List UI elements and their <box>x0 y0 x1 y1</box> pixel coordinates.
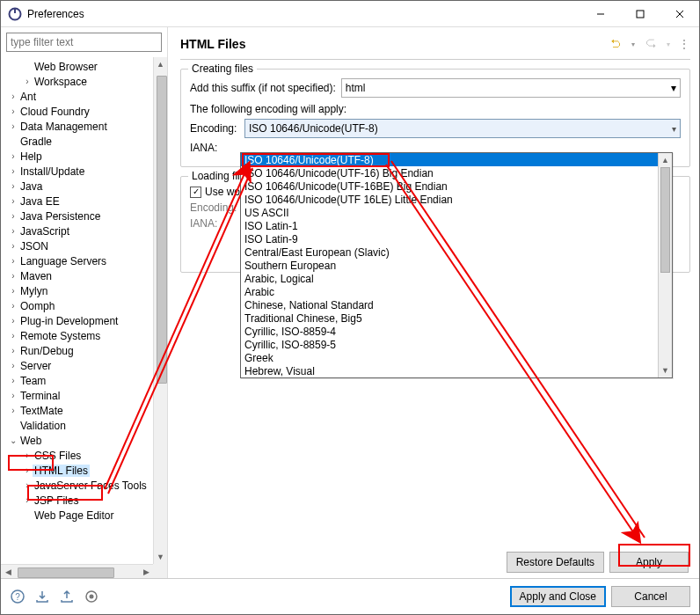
tree-item-java-persistence[interactable]: ›Java Persistence <box>3 209 153 223</box>
twisty-closed-icon[interactable]: › <box>8 241 18 251</box>
scroll-right-icon[interactable]: ▶ <box>139 565 153 578</box>
tree-item-java-ee[interactable]: ›Java EE <box>3 194 153 209</box>
encoding-option[interactable]: Greek <box>241 351 658 364</box>
tree-item-web[interactable]: ⌄Web <box>3 433 153 448</box>
tree-item-oomph[interactable]: ›Oomph <box>3 298 153 313</box>
twisty-closed-icon[interactable]: › <box>8 256 18 266</box>
twisty-closed-icon[interactable]: › <box>8 106 18 116</box>
tree-item-validation[interactable]: Validation <box>3 418 153 433</box>
tree-item-json[interactable]: ›JSON <box>3 238 153 253</box>
back-icon[interactable]: ⮌ <box>608 36 623 52</box>
maximize-button[interactable] <box>620 1 660 26</box>
encoding-option[interactable]: Arabic <box>241 285 658 298</box>
twisty-closed-icon[interactable]: › <box>8 376 18 385</box>
encoding-option[interactable]: ISO 10646/Unicode(UTF-16) Big Endian <box>241 166 658 179</box>
encoding-option[interactable]: Southern European <box>241 259 658 272</box>
encoding-select[interactable]: ISO 10646/Unicode(UTF-8) ▾ <box>244 119 681 138</box>
scroll-up-icon[interactable]: ▲ <box>659 153 672 167</box>
encoding-option[interactable]: US ASCII <box>241 206 658 219</box>
tree-item-css-files[interactable]: ›CSS Files <box>3 448 153 463</box>
export-icon[interactable] <box>59 589 75 604</box>
tree-item-ant[interactable]: ›Ant <box>3 89 153 104</box>
tree-hscrollbar[interactable]: ◀ ▶ <box>1 564 153 578</box>
encoding-option[interactable]: Cyrillic, ISO-8859-5 <box>241 338 658 351</box>
tree-item-jsp-files[interactable]: ›JSP Files <box>3 493 153 508</box>
encoding-option[interactable]: ISO 10646/Unicode(UTF-16BE) Big Endian <box>241 179 658 193</box>
twisty-closed-icon[interactable]: › <box>8 121 18 131</box>
encoding-option[interactable]: ISO Latin-1 <box>241 219 658 232</box>
twisty-closed-icon[interactable]: › <box>22 450 33 460</box>
twisty-closed-icon[interactable]: › <box>8 211 18 221</box>
cancel-button[interactable]: Cancel <box>611 586 690 607</box>
twisty-closed-icon[interactable]: › <box>8 316 18 326</box>
tree-item-web-page-editor[interactable]: Web Page Editor <box>3 508 153 523</box>
back-menu-icon[interactable]: ▾ <box>625 36 641 52</box>
tree-item-remote-systems[interactable]: ›Remote Systems <box>3 328 153 343</box>
oomph-icon[interactable] <box>84 589 99 604</box>
tree-item-javaserver-faces-tools[interactable]: ›JavaServer Faces Tools <box>3 478 153 493</box>
twisty-closed-icon[interactable]: › <box>8 196 18 206</box>
minimize-button[interactable] <box>580 1 620 26</box>
twisty-closed-icon[interactable]: › <box>8 226 18 236</box>
tree-item-team[interactable]: ›Team <box>3 373 153 388</box>
twisty-closed-icon[interactable]: › <box>8 391 18 400</box>
twisty-closed-icon[interactable]: › <box>22 465 33 475</box>
encoding-option[interactable]: Hebrew, Visual <box>241 364 658 377</box>
apply-and-close-button[interactable]: Apply and Close <box>510 586 606 607</box>
apply-button[interactable]: Apply <box>609 552 689 573</box>
tree-item-workspace[interactable]: ›Workspace <box>3 74 153 89</box>
help-icon[interactable]: ? <box>10 589 26 604</box>
tree-item-server[interactable]: ›Server <box>3 358 153 373</box>
encoding-option[interactable]: Central/East European (Slavic) <box>241 245 658 259</box>
filter-input[interactable] <box>6 33 162 52</box>
twisty-closed-icon[interactable]: › <box>8 406 18 415</box>
tree-item-data-management[interactable]: ›Data Management <box>3 119 153 134</box>
twisty-closed-icon[interactable]: › <box>22 495 33 505</box>
twisty-closed-icon[interactable]: › <box>8 361 18 370</box>
tree-item-java[interactable]: ›Java <box>3 179 153 194</box>
tree-item-help[interactable]: ›Help <box>3 149 153 164</box>
twisty-closed-icon[interactable]: › <box>8 181 18 191</box>
twisty-closed-icon[interactable]: › <box>22 77 33 86</box>
encoding-option[interactable]: Traditional Chinese, Big5 <box>241 311 658 325</box>
tree-vscrollbar[interactable]: ▲ ▼ <box>153 57 167 564</box>
encoding-option[interactable]: Cyrillic, ISO-8859-4 <box>241 325 658 338</box>
encoding-dropdown-list[interactable]: ISO 10646/Unicode(UTF-8)ISO 10646/Unicod… <box>240 152 673 378</box>
import-icon[interactable] <box>34 589 50 604</box>
preferences-tree[interactable]: Web Browser›Workspace›Ant›Cloud Foundry›… <box>1 57 153 564</box>
scroll-left-icon[interactable]: ◀ <box>1 565 15 578</box>
tree-item-run-debug[interactable]: ›Run/Debug <box>3 343 153 358</box>
twisty-closed-icon[interactable]: › <box>8 92 18 101</box>
tree-item-terminal[interactable]: ›Terminal <box>3 388 153 403</box>
encoding-option[interactable]: Chinese, National Standard <box>241 298 658 311</box>
twisty-closed-icon[interactable]: › <box>8 301 18 311</box>
dropdown-scrollbar[interactable]: ▲ ▼ <box>658 153 672 377</box>
tree-item-maven[interactable]: ›Maven <box>3 268 153 283</box>
encoding-option[interactable]: Arabic, Logical <box>241 272 658 285</box>
tree-item-mylyn[interactable]: ›Mylyn <box>3 283 153 298</box>
encoding-option[interactable]: ISO 10646/Unicode(UTF-8) <box>241 153 658 166</box>
scroll-down-icon[interactable]: ▼ <box>154 550 167 564</box>
tree-item-html-files[interactable]: ›HTML Files <box>3 463 153 478</box>
twisty-closed-icon[interactable]: › <box>8 151 18 161</box>
encoding-option[interactable]: ISO Latin-9 <box>241 232 658 245</box>
tree-item-install-update[interactable]: ›Install/Update <box>3 164 153 179</box>
twisty-closed-icon[interactable]: › <box>8 271 18 281</box>
suffix-select[interactable]: html ▾ <box>341 78 681 98</box>
scroll-up-icon[interactable]: ▲ <box>154 57 167 71</box>
tree-item-web-browser[interactable]: Web Browser <box>3 59 153 74</box>
tree-item-gradle[interactable]: Gradle <box>3 134 153 149</box>
tree-item-cloud-foundry[interactable]: ›Cloud Foundry <box>3 104 153 119</box>
twisty-closed-icon[interactable]: › <box>8 331 18 340</box>
tree-item-plug-in-development[interactable]: ›Plug-in Development <box>3 313 153 328</box>
restore-defaults-button[interactable]: Restore Defaults <box>507 552 604 573</box>
tree-item-javascript[interactable]: ›JavaScript <box>3 223 153 238</box>
view-menu-icon[interactable]: ⋮ <box>678 36 690 52</box>
close-button[interactable] <box>660 1 699 26</box>
twisty-closed-icon[interactable]: › <box>22 480 33 490</box>
encoding-option[interactable]: ISO 10646/Unicode(UTF 16LE) Little Endia… <box>241 193 658 206</box>
twisty-closed-icon[interactable]: › <box>8 346 18 355</box>
twisty-closed-icon[interactable]: › <box>8 286 18 296</box>
twisty-closed-icon[interactable]: › <box>8 166 18 176</box>
scroll-down-icon[interactable]: ▼ <box>659 363 672 377</box>
